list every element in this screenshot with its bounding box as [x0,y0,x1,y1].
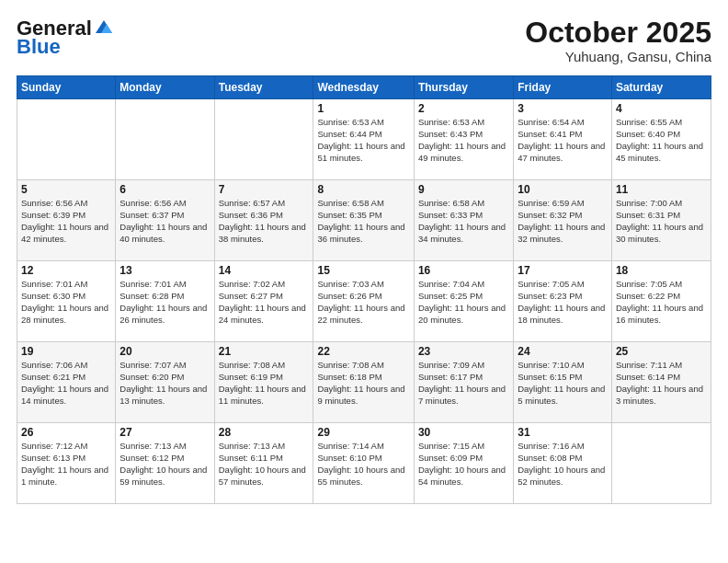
day-number: 1 [317,102,409,115]
day-info: Sunrise: 7:08 AM Sunset: 6:19 PM Dayligh… [219,360,310,407]
day-number: 11 [616,183,707,196]
day-info: Sunrise: 7:02 AM Sunset: 6:27 PM Dayligh… [219,279,310,326]
day-number: 4 [616,102,707,115]
table-row: 8Sunrise: 6:58 AM Sunset: 6:35 PM Daylig… [313,180,414,261]
table-row [214,99,313,180]
header-thursday: Thursday [414,76,513,99]
table-row: 25Sunrise: 7:11 AM Sunset: 6:14 PM Dayli… [611,342,711,423]
table-row: 12Sunrise: 7:01 AM Sunset: 6:30 PM Dayli… [17,261,116,342]
day-number: 13 [119,264,210,277]
calendar-header-row: Sunday Monday Tuesday Wednesday Thursday… [17,76,711,99]
day-info: Sunrise: 7:13 AM Sunset: 6:12 PM Dayligh… [119,441,210,488]
day-number: 25 [616,345,707,358]
table-row: 30Sunrise: 7:15 AM Sunset: 6:09 PM Dayli… [414,423,513,504]
calendar-week-row: 19Sunrise: 7:06 AM Sunset: 6:21 PM Dayli… [17,342,711,423]
day-info: Sunrise: 6:58 AM Sunset: 6:33 PM Dayligh… [418,198,509,245]
calendar-week-row: 5Sunrise: 6:56 AM Sunset: 6:39 PM Daylig… [17,180,711,261]
header-sunday: Sunday [17,76,116,99]
table-row: 20Sunrise: 7:07 AM Sunset: 6:20 PM Dayli… [116,342,214,423]
day-number: 5 [21,183,111,196]
day-number: 14 [219,264,310,277]
table-row: 3Sunrise: 6:54 AM Sunset: 6:41 PM Daylig… [514,99,612,180]
day-info: Sunrise: 7:03 AM Sunset: 6:26 PM Dayligh… [317,279,409,326]
day-number: 8 [317,183,409,196]
day-info: Sunrise: 6:57 AM Sunset: 6:36 PM Dayligh… [219,198,310,245]
day-number: 17 [518,264,608,277]
day-info: Sunrise: 7:00 AM Sunset: 6:31 PM Dayligh… [616,198,707,245]
table-row: 5Sunrise: 6:56 AM Sunset: 6:39 PM Daylig… [17,180,116,261]
table-row: 19Sunrise: 7:06 AM Sunset: 6:21 PM Dayli… [17,342,116,423]
table-row: 11Sunrise: 7:00 AM Sunset: 6:31 PM Dayli… [611,180,711,261]
day-info: Sunrise: 6:55 AM Sunset: 6:40 PM Dayligh… [616,117,707,164]
day-info: Sunrise: 7:04 AM Sunset: 6:25 PM Dayligh… [418,279,509,326]
table-row: 18Sunrise: 7:05 AM Sunset: 6:22 PM Dayli… [611,261,711,342]
day-info: Sunrise: 7:15 AM Sunset: 6:09 PM Dayligh… [418,441,509,488]
header-wednesday: Wednesday [313,76,414,99]
table-row: 29Sunrise: 7:14 AM Sunset: 6:10 PM Dayli… [313,423,414,504]
table-row: 1Sunrise: 6:53 AM Sunset: 6:44 PM Daylig… [313,99,414,180]
header-monday: Monday [116,76,214,99]
day-info: Sunrise: 7:01 AM Sunset: 6:28 PM Dayligh… [119,279,210,326]
logo: General Blue [17,17,114,59]
day-info: Sunrise: 6:56 AM Sunset: 6:39 PM Dayligh… [21,198,111,245]
table-row: 23Sunrise: 7:09 AM Sunset: 6:17 PM Dayli… [414,342,513,423]
day-info: Sunrise: 7:08 AM Sunset: 6:18 PM Dayligh… [317,360,409,407]
table-row: 7Sunrise: 6:57 AM Sunset: 6:36 PM Daylig… [214,180,313,261]
table-row: 4Sunrise: 6:55 AM Sunset: 6:40 PM Daylig… [611,99,711,180]
day-info: Sunrise: 7:13 AM Sunset: 6:11 PM Dayligh… [219,441,310,488]
table-row: 16Sunrise: 7:04 AM Sunset: 6:25 PM Dayli… [414,261,513,342]
header-friday: Friday [514,76,612,99]
day-number: 23 [418,345,509,358]
table-row: 21Sunrise: 7:08 AM Sunset: 6:19 PM Dayli… [214,342,313,423]
day-number: 7 [219,183,310,196]
day-info: Sunrise: 6:53 AM Sunset: 6:43 PM Dayligh… [418,117,509,164]
table-row: 15Sunrise: 7:03 AM Sunset: 6:26 PM Dayli… [313,261,414,342]
day-number: 10 [518,183,608,196]
day-number: 16 [418,264,509,277]
day-number: 3 [518,102,608,115]
day-number: 2 [418,102,509,115]
table-row: 2Sunrise: 6:53 AM Sunset: 6:43 PM Daylig… [414,99,513,180]
day-info: Sunrise: 6:53 AM Sunset: 6:44 PM Dayligh… [317,117,409,164]
day-number: 28 [219,426,310,439]
table-row [17,99,116,180]
day-number: 6 [119,183,210,196]
table-row: 14Sunrise: 7:02 AM Sunset: 6:27 PM Dayli… [214,261,313,342]
day-info: Sunrise: 6:54 AM Sunset: 6:41 PM Dayligh… [518,117,608,164]
table-row: 24Sunrise: 7:10 AM Sunset: 6:15 PM Dayli… [514,342,612,423]
calendar-week-row: 26Sunrise: 7:12 AM Sunset: 6:13 PM Dayli… [17,423,711,504]
day-number: 9 [418,183,509,196]
table-row: 31Sunrise: 7:16 AM Sunset: 6:08 PM Dayli… [514,423,612,504]
day-info: Sunrise: 7:05 AM Sunset: 6:23 PM Dayligh… [518,279,608,326]
day-number: 12 [21,264,111,277]
page: General Blue October 2025 Yuhuang, Gansu… [0,0,728,563]
day-number: 30 [418,426,509,439]
table-row: 22Sunrise: 7:08 AM Sunset: 6:18 PM Dayli… [313,342,414,423]
table-row [611,423,711,504]
day-info: Sunrise: 7:06 AM Sunset: 6:21 PM Dayligh… [21,360,111,407]
day-number: 19 [21,345,111,358]
table-row: 9Sunrise: 6:58 AM Sunset: 6:33 PM Daylig… [414,180,513,261]
header-tuesday: Tuesday [214,76,313,99]
header-saturday: Saturday [611,76,711,99]
table-row: 13Sunrise: 7:01 AM Sunset: 6:28 PM Dayli… [116,261,214,342]
day-info: Sunrise: 7:07 AM Sunset: 6:20 PM Dayligh… [119,360,210,407]
day-info: Sunrise: 7:14 AM Sunset: 6:10 PM Dayligh… [317,441,409,488]
table-row: 17Sunrise: 7:05 AM Sunset: 6:23 PM Dayli… [514,261,612,342]
header: General Blue October 2025 Yuhuang, Gansu… [17,17,711,64]
day-info: Sunrise: 7:10 AM Sunset: 6:15 PM Dayligh… [518,360,608,407]
day-number: 27 [119,426,210,439]
day-info: Sunrise: 7:16 AM Sunset: 6:08 PM Dayligh… [518,441,608,488]
table-row: 28Sunrise: 7:13 AM Sunset: 6:11 PM Dayli… [214,423,313,504]
table-row: 26Sunrise: 7:12 AM Sunset: 6:13 PM Dayli… [17,423,116,504]
day-info: Sunrise: 7:12 AM Sunset: 6:13 PM Dayligh… [21,441,111,488]
day-info: Sunrise: 6:59 AM Sunset: 6:32 PM Dayligh… [518,198,608,245]
table-row [116,99,214,180]
day-number: 24 [518,345,608,358]
table-row: 10Sunrise: 6:59 AM Sunset: 6:32 PM Dayli… [514,180,612,261]
calendar-title: October 2025 [525,17,711,49]
day-info: Sunrise: 6:58 AM Sunset: 6:35 PM Dayligh… [317,198,409,245]
day-number: 18 [616,264,707,277]
calendar-subtitle: Yuhuang, Gansu, China [525,49,711,64]
day-info: Sunrise: 7:09 AM Sunset: 6:17 PM Dayligh… [418,360,509,407]
